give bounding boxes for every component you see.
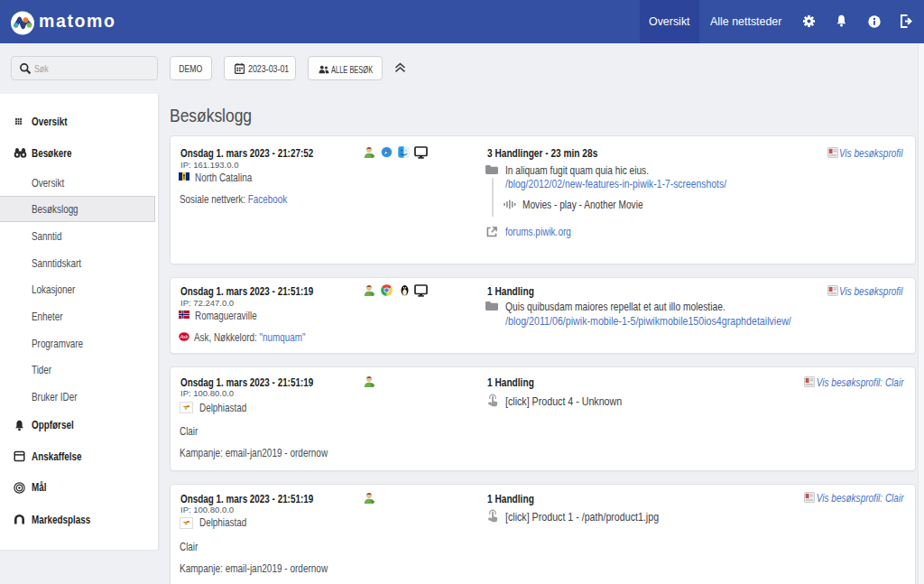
svg-text:Ask: Ask: [179, 334, 188, 339]
